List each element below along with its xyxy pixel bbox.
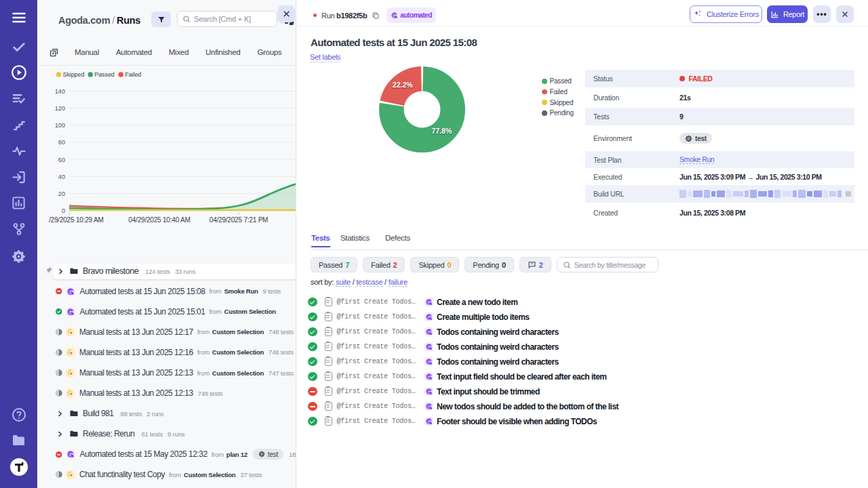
svg-text:120: 120 (55, 105, 65, 112)
svg-text:40: 40 (58, 174, 65, 180)
svg-text:/29/2025 10:29 AM: /29/2025 10:29 AM (49, 216, 104, 224)
svg-text:100: 100 (55, 122, 65, 129)
svg-text:04/29/2025 7:21 PM: 04/29/2025 7:21 PM (210, 216, 268, 224)
svg-text:Skipped: Skipped (63, 71, 85, 78)
svg-text:04/29/2025 10:40 AM: 04/29/2025 10:40 AM (128, 216, 190, 224)
svg-text:Failed: Failed (125, 71, 141, 78)
svg-text:0: 0 (62, 207, 65, 214)
svg-text:140: 140 (55, 88, 65, 95)
svg-text:22.2%: 22.2% (393, 81, 413, 89)
svg-text:77.8%: 77.8% (432, 127, 452, 135)
svg-text:60: 60 (58, 157, 65, 163)
svg-text:Passed: Passed (94, 71, 115, 78)
svg-text:20: 20 (58, 190, 65, 197)
svg-text:80: 80 (58, 139, 65, 146)
